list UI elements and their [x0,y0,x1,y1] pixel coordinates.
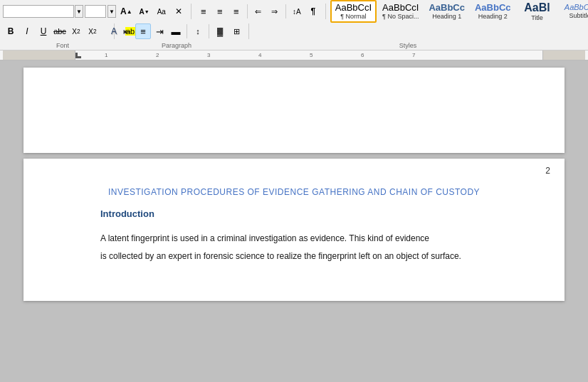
numbering-button[interactable]: ≡ [212,4,228,19]
align-right-button[interactable]: ⇥ [152,23,167,39]
increase-indent-button[interactable]: ⇒ [267,4,283,19]
ruler-mark-4: 4 [258,52,261,58]
ruler-inner: 1 2 3 4 5 6 7 [3,51,585,60]
style-subtitle[interactable]: AaBbCcI Subtitle [560,1,588,21]
toolbar-row2: B I U abc X2 X2 A ab A ⇤ ≡ ⇥ ▬ ↕ ▓ ⊞ [3,21,585,41]
ruler: 1 2 3 4 5 6 7 [0,51,588,60]
para-spacer [75,226,513,232]
justify-button[interactable]: ▬ [168,23,184,39]
subscript-button[interactable]: X2 [68,23,84,39]
style-normal-preview: AaBbCcI [335,3,372,12]
underline-button[interactable]: U [36,23,51,39]
font-name-wrapper: ▼ [3,5,83,18]
ruler-mark-5: 5 [310,52,313,58]
document-area: 2 INVESTIGATION PROCEDURES OF EVIDENCE G… [0,60,588,378]
show-marks-button[interactable]: ¶ [305,4,321,19]
sep5 [209,24,209,38]
sep4 [187,24,187,38]
bold-button[interactable]: B [3,23,19,39]
clear-format-button[interactable]: ✕ [171,4,187,19]
style-heading1[interactable]: AaBbCc Heading 1 [424,1,469,22]
ruler-mark-7: 7 [412,52,415,58]
toolbar-row1: ▼ ▼ A▲ A▼ Aa ✕ ≡ ≡ ≡ ⇐ ⇒ ↕A ¶ [3,1,585,21]
align-left-button[interactable]: ⇤ [119,23,135,39]
strikethrough-button[interactable]: abc [52,23,68,39]
document-title[interactable]: INVESTIGATION PROCEDURES OF EVIDENCE GAT… [75,187,513,197]
ruler-mark-6: 6 [361,52,364,58]
style-normal[interactable]: AaBbCcI ¶ Normal [330,0,377,23]
document-heading[interactable]: Introduction [100,208,513,219]
font-section-bottom: B I U abc X2 X2 A ab A [3,23,115,39]
style-heading1-preview: AaBbCc [429,3,465,12]
style-heading2-label: Heading 2 [478,13,508,20]
sep2 [285,4,286,18]
style-no-spacing-preview: AaBbCcI [382,3,419,12]
style-no-spacing[interactable]: AaBbCcI ¶ No Spaci... [378,1,423,22]
borders-button[interactable]: ⊞ [229,23,244,39]
style-heading2[interactable]: AaBbCc Heading 2 [471,1,515,22]
align-center-button[interactable]: ≡ [135,23,151,39]
toolbar: ▼ ▼ A▲ A▼ Aa ✕ ≡ ≡ ≡ ⇐ ⇒ ↕A ¶ [0,0,588,51]
document-paragraph-2[interactable]: is collected by an expert in forensic sc… [100,250,513,263]
bullets-button[interactable]: ≡ [196,4,211,19]
multilevel-button[interactable]: ≡ [229,4,244,19]
font-size-dropdown[interactable]: ▼ [107,5,116,18]
styles-section-top: AaBbCcI ¶ Normal AaBbCcI ¶ No Spaci... A… [330,0,588,23]
ruler-mark-2: 2 [156,52,159,58]
italic-button[interactable]: I [19,23,35,39]
font-label: Font [6,42,120,49]
font-name-dropdown[interactable]: ▼ [75,5,83,18]
page-2: 2 INVESTIGATION PROCEDURES OF EVIDENCE G… [23,159,565,301]
ruler-mark-1: 1 [105,52,107,58]
font-shrink-button[interactable]: A▼ [137,4,152,19]
font-section-top: ▼ ▼ A▲ A▼ Aa ✕ [3,4,191,19]
style-normal-label: ¶ Normal [340,13,366,20]
style-title[interactable]: AaBl Title [517,0,558,23]
page-1 [23,68,565,153]
paragraph-label: Paragraph [120,42,233,49]
shading-button[interactable]: ▓ [212,23,228,39]
section-labels: Font Paragraph Styles [3,41,585,50]
sep1 [247,4,248,18]
page-number: 2 [545,166,550,176]
document-paragraph-1[interactable]: A latent fingerprint is used in a crimin… [100,232,513,245]
tab-marker [75,53,81,58]
style-heading2-preview: AaBbCc [475,3,511,12]
line-spacing-button[interactable]: ↕ [190,23,206,39]
styles-label: Styles [233,42,582,49]
change-case-button[interactable]: Aa [154,4,169,19]
font-size-display [85,5,106,18]
superscript-button[interactable]: X2 [85,23,100,39]
style-title-label: Title [531,14,543,21]
style-heading1-label: Heading 1 [432,13,461,20]
decrease-indent-button[interactable]: ⇐ [251,4,266,19]
ruler-mark-3: 3 [207,52,210,58]
style-no-spacing-label: ¶ No Spaci... [382,13,419,20]
sort-button[interactable]: ↕A [289,4,305,19]
font-grow-button[interactable]: A▲ [117,4,135,19]
style-subtitle-label: Subtitle [569,12,588,19]
style-title-preview: AaBl [524,2,550,14]
style-subtitle-preview: AaBbCcI [565,4,588,11]
paragraph-section-top: ≡ ≡ ≡ ⇐ ⇒ ↕A ¶ [196,4,326,19]
font-name-display [3,5,74,18]
paragraph-section-bottom: ⇤ ≡ ⇥ ▬ ↕ ▓ ⊞ [119,23,249,39]
